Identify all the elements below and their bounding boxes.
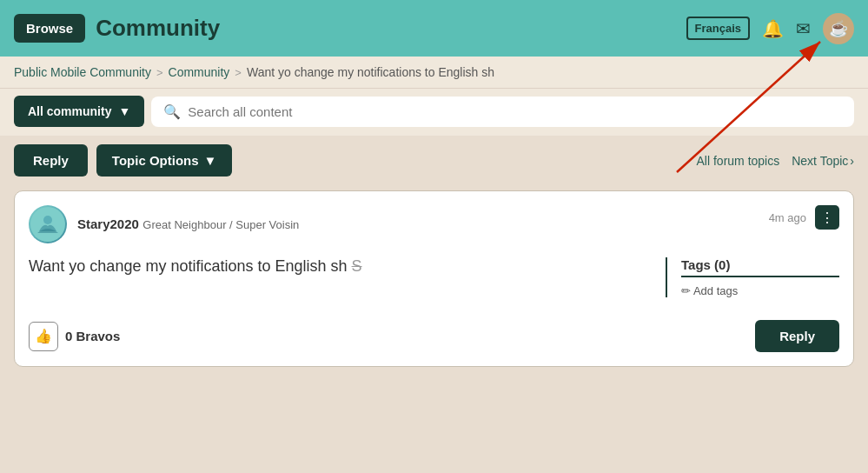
post-options-button[interactable]: ⋮	[815, 205, 839, 230]
browse-button[interactable]: Browse	[14, 14, 85, 43]
breadcrumb-part1[interactable]: Public Mobile Community	[14, 65, 151, 79]
post-body: Want yo change my notifications to Engli…	[29, 257, 839, 297]
post-card: Stary2020 Great Neighbour / Super Voisin…	[14, 190, 854, 367]
notifications-button[interactable]: 🔔	[762, 18, 784, 39]
bravos-count: 0 Bravos	[65, 329, 120, 343]
next-topic-link[interactable]: Next Topic ›	[792, 154, 854, 168]
avatar-emoji: ☕	[829, 19, 848, 38]
dropdown-label: All community	[28, 104, 111, 118]
mail-icon: ✉	[796, 18, 811, 39]
reply-button[interactable]: Reply	[14, 144, 88, 177]
post-title-strikethrough: S	[352, 257, 362, 275]
post-text-area: Want yo change my notifications to Engli…	[29, 257, 648, 297]
bravo-button[interactable]: 👍	[29, 322, 58, 351]
search-icon: 🔍	[163, 103, 181, 120]
header-right: Français 🔔 ✉ ☕	[686, 13, 854, 44]
actions-bar: Reply Topic Options ▼ All forum topics N…	[0, 136, 868, 185]
search-input-wrapper: 🔍	[151, 97, 854, 127]
post-header: Stary2020 Great Neighbour / Super Voisin…	[29, 205, 839, 243]
topic-options-label: Topic Options	[112, 153, 199, 168]
actions-left: Reply Topic Options ▼	[14, 144, 232, 177]
next-topic-label: Next Topic	[792, 154, 848, 168]
svg-point-3	[43, 216, 52, 224]
post-reply-button[interactable]: Reply	[755, 320, 839, 352]
dropdown-arrow-icon: ▼	[204, 153, 217, 168]
author-info: Stary2020 Great Neighbour / Super Voisin	[77, 217, 299, 232]
all-community-dropdown[interactable]: All community ▼	[14, 96, 144, 127]
main-content: Stary2020 Great Neighbour / Super Voisin…	[0, 185, 868, 381]
breadcrumb-sep2: >	[235, 66, 242, 79]
tags-header: Tags (0)	[681, 257, 839, 277]
breadcrumb-current: Want yo change my notifications to Engli…	[247, 65, 494, 79]
post-author: Stary2020 Great Neighbour / Super Voisin	[29, 205, 299, 243]
breadcrumb-part2[interactable]: Community	[169, 65, 230, 79]
bell-icon: 🔔	[762, 18, 784, 39]
messages-button[interactable]: ✉	[796, 18, 811, 39]
bravos-area: 👍 0 Bravos	[29, 322, 120, 351]
all-forum-topics-link[interactable]: All forum topics	[697, 154, 780, 168]
header-left: Browse Community	[14, 14, 220, 43]
post-meta: 4m ago ⋮	[769, 205, 839, 230]
actions-right: All forum topics Next Topic ›	[697, 154, 854, 168]
add-tags-button[interactable]: ✏ Add tags	[681, 284, 738, 297]
thumbs-up-icon: 👍	[35, 328, 52, 344]
post-footer: 👍 0 Bravos Reply	[29, 315, 839, 352]
author-name: Stary2020	[77, 217, 139, 231]
user-avatar[interactable]: ☕	[823, 13, 854, 44]
header: Browse Community Français 🔔 ✉ ☕	[0, 0, 868, 57]
search-bar: All community ▼ 🔍	[0, 89, 868, 136]
author-role: Great Neighbour / Super Voisin	[142, 218, 299, 231]
post-title-text: Want yo change my notifications to Engli…	[29, 257, 348, 275]
chevron-right-icon: ›	[850, 154, 854, 168]
search-input[interactable]	[188, 104, 842, 119]
chevron-down-icon: ▼	[118, 104, 130, 118]
search-container: All community ▼ 🔍	[14, 96, 854, 127]
language-button[interactable]: Français	[686, 17, 750, 40]
author-avatar	[29, 205, 67, 243]
post-tags-area: Tags (0) ✏ Add tags	[666, 257, 839, 297]
breadcrumb-sep1: >	[156, 66, 163, 79]
post-title: Want yo change my notifications to Engli…	[29, 257, 648, 276]
avatar-image	[30, 207, 65, 242]
breadcrumb: Public Mobile Community > Community > Wa…	[0, 57, 868, 89]
header-title: Community	[96, 15, 220, 42]
topic-options-button[interactable]: Topic Options ▼	[96, 144, 233, 177]
post-time: 4m ago	[769, 211, 806, 224]
